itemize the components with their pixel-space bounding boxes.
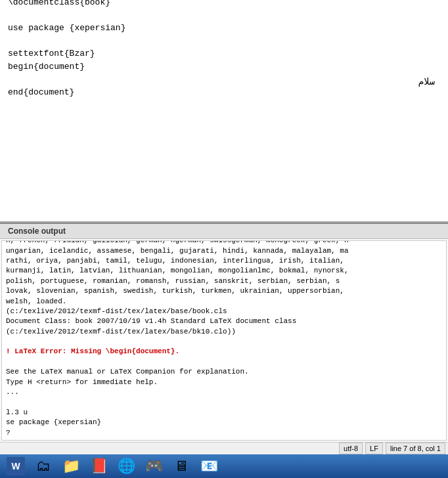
editor-console: \documentclass{book} use package {xepers… xyxy=(0,0,448,442)
editor-content: \documentclass{book} use package {xepers… xyxy=(8,0,440,98)
taskbar-folder[interactable]: 📁 xyxy=(58,454,84,478)
taskbar-app7[interactable]: 🖥 xyxy=(168,454,194,478)
taskbar-app8[interactable]: 📧 xyxy=(196,454,222,478)
taskbar-word[interactable]: W xyxy=(3,454,29,478)
explorer-icon: 🗂 xyxy=(34,457,53,475)
taskbar: W 🗂 📁 📕 🌐 🎮 🖥 📧 xyxy=(0,454,448,478)
editor-line-2 xyxy=(8,9,440,22)
taskbar-explorer[interactable]: 🗂 xyxy=(30,454,56,478)
status-bar: utf-8 LF line 7 of 8, col 1 xyxy=(0,442,448,454)
editor-line-8: end{document} xyxy=(8,86,440,99)
status-line-ending: LF xyxy=(365,443,383,454)
taskbar-pdf[interactable]: 📕 xyxy=(85,454,112,478)
app5-icon: 🌐 xyxy=(117,457,135,475)
app7-icon: 🖥 xyxy=(172,457,190,475)
folder-icon: 📁 xyxy=(62,457,80,475)
app6-icon: 🎮 xyxy=(145,457,163,475)
editor-line-3: use package {xepersian} xyxy=(8,22,440,35)
editor-line-7 xyxy=(8,73,440,86)
status-encoding: utf-8 xyxy=(339,443,363,454)
editor-line-6: begin{document} xyxy=(8,60,440,74)
editor-line-5: settextfont{Bzar} xyxy=(8,47,440,60)
word-icon: W xyxy=(7,457,25,475)
editor-line-1: \documentclass{book} xyxy=(8,0,440,9)
console-content[interactable]: This is XeTeX, Version 3.1415926-2.4-0.9… xyxy=(1,240,447,441)
taskbar-app6[interactable]: 🎮 xyxy=(141,454,167,478)
editor-area[interactable]: \documentclass{book} use package {xepers… xyxy=(0,0,448,221)
pdf-icon: 📕 xyxy=(89,457,108,475)
taskbar-app5[interactable]: 🌐 xyxy=(113,454,139,478)
console-tab[interactable]: Console output xyxy=(0,223,448,239)
status-cursor-pos: line 7 of 8, col 1 xyxy=(386,443,445,454)
console-panel: Console output This is XeTeX, Version 3.… xyxy=(0,221,448,443)
app8-icon: 📧 xyxy=(200,457,218,475)
arabic-text: سلام xyxy=(418,76,435,87)
editor-line-4 xyxy=(8,35,440,48)
